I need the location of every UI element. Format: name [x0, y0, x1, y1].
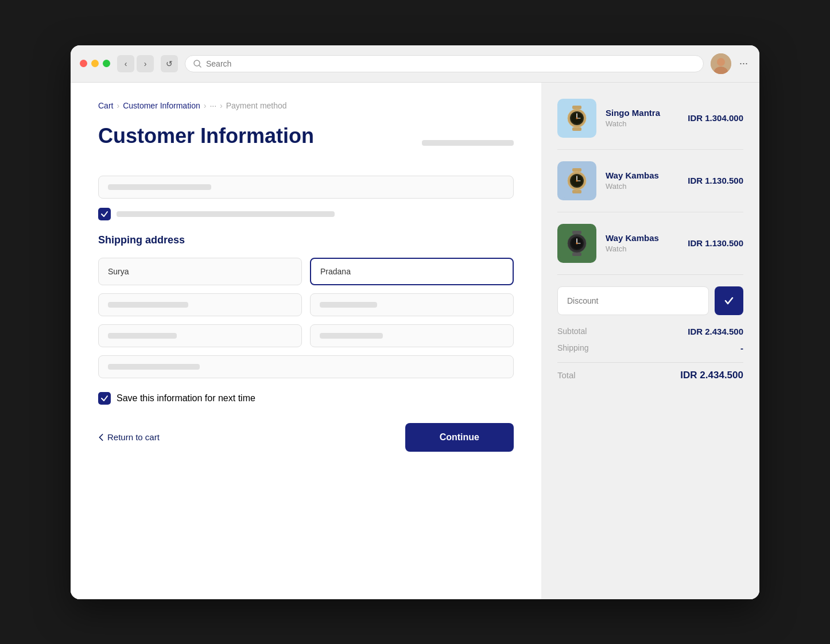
save-info-label: Save this information for next time: [117, 393, 255, 404]
save-check-icon: [100, 394, 108, 402]
close-button[interactable]: [80, 60, 87, 67]
title-placeholder: [422, 140, 514, 146]
product-name-1: Way Kambas: [606, 170, 678, 180]
product-thumb-2: [557, 224, 596, 263]
field-placeholder-4: [320, 333, 383, 339]
page-title: Customer Information: [98, 124, 314, 148]
forward-button[interactable]: ›: [137, 55, 154, 72]
total-label: Total: [557, 370, 576, 380]
breadcrumb-sep2: ›: [204, 101, 207, 110]
total-value: IDR 2.434.500: [680, 370, 743, 381]
subtotal-value: IDR 2.434.500: [688, 327, 743, 336]
maximize-button[interactable]: [103, 60, 110, 67]
svg-point-22: [576, 180, 578, 181]
check-icon: [724, 296, 734, 306]
name-grid: [98, 258, 514, 285]
total-row: Total IDR 2.434.500: [557, 362, 743, 381]
product-type-2: Watch: [606, 245, 678, 253]
svg-line-1: [199, 65, 201, 67]
browser-chrome: ‹ › ↺ ···: [71, 45, 759, 83]
back-button[interactable]: ‹: [117, 55, 134, 72]
field-placeholder-3: [108, 333, 177, 339]
checkbox-label-placeholder: [117, 211, 335, 217]
footer-actions: Return to cart Continue: [98, 423, 514, 452]
first-name-input[interactable]: [98, 258, 302, 285]
search-bar[interactable]: [185, 55, 704, 72]
return-to-cart-link[interactable]: Return to cart: [98, 432, 160, 442]
right-panel: Singo Mantra Watch IDR 1.304.000 Way Kam…: [541, 83, 759, 599]
svg-rect-15: [572, 168, 581, 172]
return-to-cart-label: Return to cart: [107, 432, 160, 442]
chevron-left-icon: [98, 433, 104, 441]
search-icon: [193, 60, 201, 68]
order-item-0: Singo Mantra Watch IDR 1.304.000: [557, 99, 743, 150]
svg-rect-6: [572, 106, 581, 109]
breadcrumb-ellipsis: ···: [210, 101, 216, 110]
svg-rect-7: [572, 127, 581, 131]
breadcrumb-payment: Payment method: [226, 101, 287, 110]
contact-placeholder: [108, 184, 211, 190]
order-item-1: Way Kambas Watch IDR 1.130.500: [557, 161, 743, 212]
product-price-1: IDR 1.130.500: [688, 176, 743, 185]
product-thumb-0: [557, 99, 596, 138]
product-price-0: IDR 1.304.000: [688, 113, 743, 123]
refresh-button[interactable]: ↺: [161, 55, 178, 72]
discount-apply-button[interactable]: [715, 286, 743, 315]
svg-point-3: [717, 58, 725, 66]
contact-checkbox-row: [98, 208, 514, 220]
subtotal-row: Subtotal IDR 2.434.500: [557, 327, 743, 336]
svg-point-13: [576, 117, 578, 119]
avatar: [711, 53, 731, 74]
svg-point-31: [576, 242, 578, 244]
product-type-0: Watch: [606, 119, 678, 128]
address-grid-2: [98, 324, 514, 347]
shipping-row: Shipping -: [557, 343, 743, 353]
last-name-input[interactable]: [310, 258, 514, 285]
shipping-value: -: [740, 343, 743, 353]
shipping-section-title: Shipping address: [98, 234, 514, 246]
save-info-checkbox[interactable]: [98, 392, 111, 405]
breadcrumb-cart[interactable]: Cart: [98, 101, 113, 110]
product-info-0: Singo Mantra Watch: [606, 108, 678, 128]
check-icon: [100, 210, 108, 218]
menu-button[interactable]: ···: [737, 55, 750, 72]
subtotal-label: Subtotal: [557, 327, 587, 336]
page-content: Cart › Customer Information › ··· › Paym…: [71, 83, 759, 599]
breadcrumb: Cart › Customer Information › ··· › Paym…: [98, 101, 514, 110]
product-info-1: Way Kambas Watch: [606, 170, 678, 191]
svg-rect-25: [572, 253, 581, 256]
left-panel: Cart › Customer Information › ··· › Paym…: [71, 83, 541, 599]
field-placeholder-2: [320, 302, 377, 308]
contact-checkbox[interactable]: [98, 208, 111, 220]
search-input[interactable]: [206, 59, 695, 68]
traffic-lights: [80, 60, 110, 67]
minimize-button[interactable]: [91, 60, 99, 67]
discount-input[interactable]: [557, 286, 709, 315]
breadcrumb-sep1: ›: [117, 101, 119, 110]
field-placeholder-1: [108, 302, 188, 308]
shipping-label: Shipping: [557, 343, 589, 352]
nav-buttons: ‹ ›: [117, 55, 154, 72]
continue-button[interactable]: Continue: [405, 423, 514, 452]
product-name-0: Singo Mantra: [606, 108, 678, 118]
product-info-2: Way Kambas Watch: [606, 233, 678, 253]
contact-info-row: [98, 176, 514, 199]
breadcrumb-customer-info[interactable]: Customer Information: [123, 101, 200, 110]
order-item-2: Way Kambas Watch IDR 1.130.500: [557, 224, 743, 263]
product-thumb-1: [557, 161, 596, 200]
save-info-row: Save this information for next time: [98, 392, 514, 405]
browser-window: ‹ › ↺ ··· Car: [71, 45, 759, 599]
product-type-1: Watch: [606, 182, 678, 191]
browser-right: ···: [711, 53, 750, 74]
svg-rect-16: [572, 190, 581, 193]
divider: [557, 274, 743, 275]
field-placeholder-5: [108, 364, 200, 370]
svg-rect-24: [572, 231, 581, 234]
breadcrumb-sep3: ›: [220, 101, 223, 110]
address-row-full: [98, 355, 514, 378]
product-price-2: IDR 1.130.500: [688, 238, 743, 248]
discount-row: [557, 286, 743, 315]
order-items-container: Singo Mantra Watch IDR 1.304.000 Way Kam…: [557, 99, 743, 263]
product-name-2: Way Kambas: [606, 233, 678, 243]
address-grid-1: [98, 293, 514, 316]
